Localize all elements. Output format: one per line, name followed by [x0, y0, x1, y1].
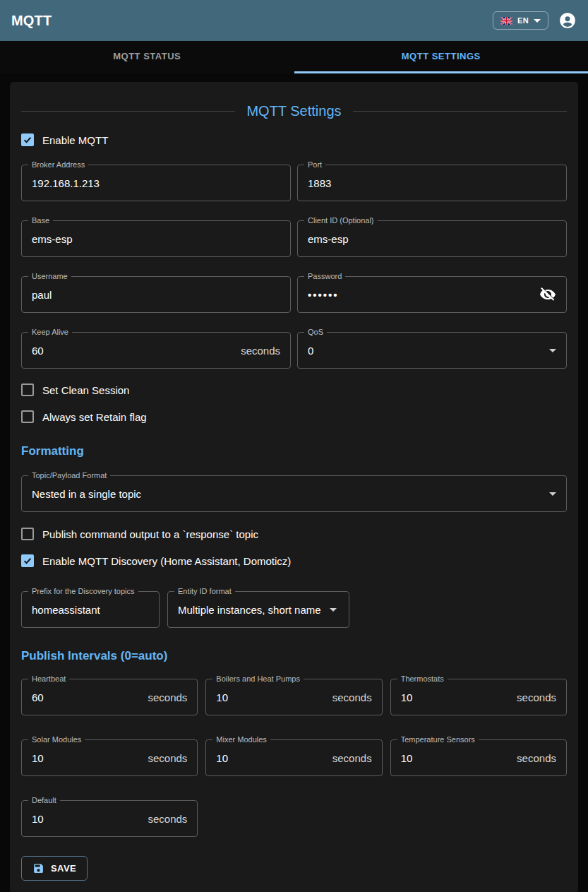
divider [353, 111, 567, 112]
field-value: 0 [308, 345, 313, 357]
solar-interval-field[interactable]: Solar Modules 10 seconds [21, 739, 198, 776]
field-value: paul [32, 289, 52, 301]
save-button-label: SAVE [51, 863, 76, 874]
page-title: MQTT [11, 13, 52, 29]
language-label: EN [517, 16, 529, 25]
checkbox-label: Publish command output to a `response` t… [42, 528, 258, 540]
save-icon [32, 862, 44, 874]
field-value: 10 [32, 752, 44, 764]
publish-response-checkbox[interactable]: Publish command output to a `response` t… [21, 528, 567, 540]
panel-title: MQTT Settings [235, 103, 352, 119]
unit-adornment: seconds [241, 345, 280, 357]
chevron-down-icon [549, 349, 556, 352]
thermostats-interval-field[interactable]: Thermostats 10 seconds [390, 679, 567, 715]
publish-intervals-heading: Publish Intervals (0=auto) [21, 649, 567, 663]
app-header: MQTT EN [0, 0, 588, 41]
entity-id-format-select[interactable]: Entity ID format Multiple instances, sho… [167, 591, 349, 628]
checkbox-label: Set Clean Session [42, 384, 129, 396]
field-value: 10 [32, 813, 44, 825]
field-label: Default [28, 796, 60, 805]
checkbox-icon[interactable] [21, 410, 34, 423]
field-label: Port [304, 160, 325, 170]
topic-payload-format-select[interactable]: Topic/Payload Format Nested in a single … [21, 475, 567, 512]
field-label: Temperature Sensors [397, 735, 479, 744]
field-label: Username [28, 272, 71, 281]
field-label: Topic/Payload Format [28, 471, 110, 480]
checkbox-label: Always set Retain flag [42, 411, 147, 423]
panel-title-row: MQTT Settings [21, 103, 567, 119]
qos-select[interactable]: QoS 0 [297, 332, 567, 369]
base-field[interactable]: Base ems-esp [21, 220, 291, 257]
clean-session-checkbox[interactable]: Set Clean Session [21, 383, 567, 396]
checkbox-icon[interactable] [21, 554, 34, 567]
uk-flag-icon [500, 17, 512, 25]
field-label: Boilers and Heat Pumps [212, 674, 304, 684]
unit-adornment: seconds [148, 813, 187, 825]
field-label: Heartbeat [28, 674, 69, 684]
username-field[interactable]: Username paul [21, 276, 291, 313]
field-label: Mixer Modules [212, 735, 270, 744]
tab-mqtt-status[interactable]: MQTT STATUS [0, 41, 294, 73]
field-value: 60 [32, 345, 44, 357]
checkbox-label: Enable MQTT Discovery (Home Assistant, D… [42, 555, 291, 567]
field-label: Solar Modules [28, 735, 85, 744]
tab-bar: MQTT STATUS MQTT SETTINGS [0, 41, 588, 73]
chevron-down-icon [534, 19, 541, 23]
password-field[interactable]: Password •••••• [297, 276, 567, 313]
field-value: 1883 [308, 177, 331, 189]
unit-adornment: seconds [517, 752, 556, 764]
unit-adornment: seconds [148, 752, 187, 764]
visibility-off-icon[interactable] [539, 286, 556, 303]
default-interval-field[interactable]: Default 10 seconds [21, 800, 198, 837]
field-value: 192.168.1.213 [32, 177, 100, 189]
field-value: 10 [401, 752, 413, 764]
boilers-interval-field[interactable]: Boilers and Heat Pumps 10 seconds [205, 679, 382, 715]
retain-flag-checkbox[interactable]: Always set Retain flag [21, 410, 567, 423]
field-label: Thermostats [397, 674, 448, 684]
divider [21, 111, 235, 112]
keep-alive-field[interactable]: Keep Alive 60 seconds [21, 332, 291, 369]
settings-panel: MQTT Settings Enable MQTT Broker Address… [10, 82, 578, 892]
field-value: 10 [216, 752, 228, 764]
unit-adornment: seconds [148, 691, 187, 703]
field-label: Base [28, 216, 53, 225]
chevron-down-icon [330, 608, 337, 612]
port-field[interactable]: Port 1883 [297, 165, 567, 201]
chevron-down-icon [549, 492, 556, 496]
heartbeat-interval-field[interactable]: Heartbeat 60 seconds [21, 679, 198, 715]
temperature-interval-field[interactable]: Temperature Sensors 10 seconds [390, 739, 567, 776]
broker-address-field[interactable]: Broker Address 192.168.1.213 [21, 165, 291, 201]
account-circle-icon[interactable] [558, 11, 577, 30]
formatting-heading: Formatting [21, 444, 567, 458]
field-label: Keep Alive [28, 328, 72, 337]
field-label: Entity ID format [174, 587, 235, 596]
field-value: 60 [32, 691, 44, 703]
field-value: 10 [401, 691, 413, 703]
unit-adornment: seconds [332, 691, 372, 703]
field-value: ems-esp [308, 233, 349, 245]
field-label: QoS [304, 328, 327, 337]
field-value: Nested in a single topic [32, 488, 141, 500]
unit-adornment: seconds [517, 691, 556, 703]
mqtt-discovery-checkbox[interactable]: Enable MQTT Discovery (Home Assistant, D… [21, 554, 567, 567]
field-value: •••••• [308, 289, 339, 301]
mixer-interval-field[interactable]: Mixer Modules 10 seconds [205, 739, 382, 776]
tab-mqtt-settings[interactable]: MQTT SETTINGS [294, 41, 588, 73]
field-label: Password [304, 272, 345, 281]
field-value: homeassistant [32, 604, 100, 616]
checkbox-icon[interactable] [21, 383, 34, 396]
discovery-prefix-field[interactable]: Prefix for the Discovery topics homeassi… [21, 591, 160, 628]
save-button[interactable]: SAVE [21, 856, 88, 881]
field-label: Prefix for the Discovery topics [28, 587, 138, 596]
field-label: Broker Address [28, 160, 88, 170]
checkbox-label: Enable MQTT [42, 134, 108, 146]
language-selector-button[interactable]: EN [493, 11, 548, 30]
checkbox-icon[interactable] [21, 528, 34, 540]
checkbox-icon[interactable] [21, 133, 34, 146]
field-value: 10 [216, 691, 228, 703]
field-value: ems-esp [32, 233, 73, 245]
field-value: Multiple instances, short name [178, 604, 321, 616]
client-id-field[interactable]: Client ID (Optional) ems-esp [297, 220, 567, 257]
enable-mqtt-checkbox[interactable]: Enable MQTT [21, 133, 567, 146]
unit-adornment: seconds [332, 752, 372, 764]
